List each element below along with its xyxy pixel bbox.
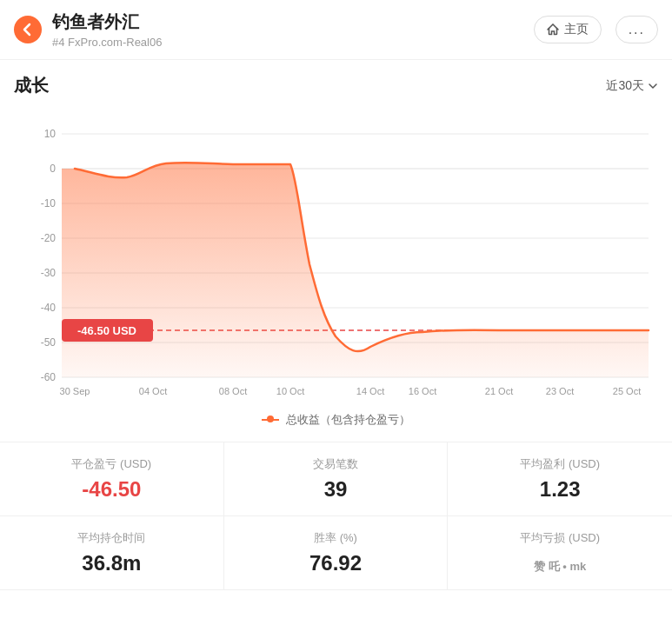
arrow-left-icon (21, 23, 35, 37)
stat-label-5: 平均亏损 (USD) (465, 530, 655, 546)
header-actions: 主页 ... (534, 16, 658, 43)
svg-text:14 Oct: 14 Oct (356, 386, 384, 396)
svg-text:-20: -20 (41, 232, 57, 244)
svg-text:08 Oct: 08 Oct (219, 386, 247, 396)
period-selector[interactable]: 近30天 (606, 78, 658, 94)
stat-closed-pnl: 平仓盈亏 (USD) -46.50 (0, 442, 224, 516)
chevron-down-icon (648, 81, 658, 91)
stat-label-3: 平均持仓时间 (17, 530, 206, 546)
stat-value-5: 赞 吒 • mk (465, 551, 655, 575)
page-title: 钓鱼者外汇 (52, 10, 534, 34)
home-button[interactable]: 主页 (534, 16, 602, 43)
stat-label-2: 平均盈利 (USD) (465, 456, 655, 472)
growth-header: 成长 近30天 (14, 74, 658, 97)
svg-text:-10: -10 (41, 197, 57, 209)
more-btn-label: ... (629, 22, 645, 37)
growth-section: 成长 近30天 10 0 -10 -20 -3 (0, 60, 672, 442)
title-block: 钓鱼者外汇 #4 FxPro.com-Real06 (52, 10, 534, 49)
svg-text:16 Oct: 16 Oct (409, 386, 436, 396)
chart-legend: 总收益（包含持仓盈亏） (14, 403, 658, 442)
svg-text:-40: -40 (41, 302, 57, 314)
home-icon (547, 23, 559, 36)
svg-text:04 Oct: 04 Oct (139, 386, 167, 396)
legend-label: 总收益（包含持仓盈亏） (286, 412, 410, 428)
svg-text:23 Oct: 23 Oct (546, 386, 574, 396)
more-button[interactable]: ... (615, 16, 658, 43)
svg-text:21 Oct: 21 Oct (485, 386, 513, 396)
stat-label-4: 胜率 (%) (242, 530, 430, 546)
stat-value-2: 1.23 (465, 477, 655, 502)
stat-win-rate: 胜率 (%) 76.92 (224, 516, 449, 590)
home-btn-label: 主页 (564, 22, 589, 37)
stat-value-1: 39 (242, 477, 430, 502)
svg-text:-50: -50 (41, 336, 57, 349)
svg-text:-60: -60 (41, 371, 57, 383)
svg-text:25 Oct: 25 Oct (613, 386, 641, 396)
back-button[interactable] (14, 16, 42, 43)
header: 钓鱼者外汇 #4 FxPro.com-Real06 主页 ... (0, 0, 672, 60)
stat-value-0: -46.50 (17, 477, 206, 502)
page-subtitle: #4 FxPro.com-Real06 (52, 36, 534, 49)
chart-container: 10 0 -10 -20 -30 -40 -50 -60 30 Sep 04 O… (14, 108, 658, 403)
stat-trades: 交易笔数 39 (224, 442, 449, 516)
stats-section: 平仓盈亏 (USD) -46.50 交易笔数 39 平均盈利 (USD) 1.2… (0, 442, 672, 590)
stat-label-0: 平仓盈亏 (USD) (17, 456, 206, 472)
legend-line-icon (262, 419, 279, 421)
svg-text:-46.50 USD: -46.50 USD (77, 324, 136, 337)
growth-title: 成长 (14, 74, 49, 97)
stat-value-3: 36.8m (17, 551, 206, 575)
stat-avg-profit: 平均盈利 (USD) 1.23 (448, 442, 672, 516)
svg-text:10 Oct: 10 Oct (276, 386, 304, 396)
stat-value-4: 76.92 (242, 551, 430, 575)
stat-avg-loss: 平均亏损 (USD) 赞 吒 • mk (448, 516, 672, 590)
growth-chart: 10 0 -10 -20 -30 -40 -50 -60 30 Sep 04 O… (14, 108, 658, 403)
svg-text:0: 0 (50, 163, 56, 175)
stat-label-1: 交易笔数 (242, 456, 430, 472)
svg-text:10: 10 (44, 128, 57, 140)
period-label: 近30天 (606, 78, 644, 94)
stat-avg-hold: 平均持仓时间 36.8m (0, 516, 224, 590)
svg-text:-30: -30 (41, 267, 57, 279)
svg-text:30 Sep: 30 Sep (60, 386, 90, 396)
